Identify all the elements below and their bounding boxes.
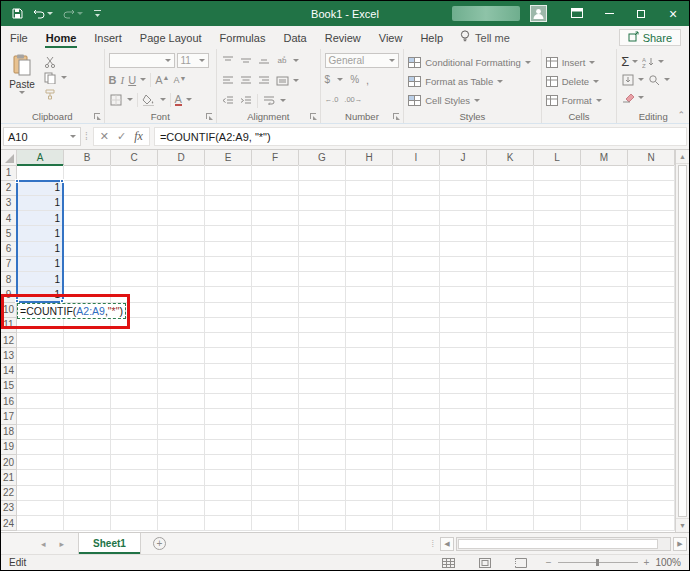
cell-k4[interactable] <box>487 211 534 226</box>
row-header-10[interactable]: 10 <box>1 303 17 318</box>
find-select-button[interactable] <box>647 73 661 86</box>
insert-function-button[interactable]: fx <box>134 129 143 144</box>
row-header-9[interactable]: 9 <box>1 287 17 302</box>
cell-c4[interactable] <box>111 211 158 226</box>
splitter-dots-icon[interactable]: ⁞ <box>431 539 434 549</box>
cell-k13[interactable] <box>487 348 534 363</box>
cell-n12[interactable] <box>628 333 675 348</box>
cell-k11[interactable] <box>487 318 534 333</box>
column-header-n[interactable]: N <box>628 150 675 166</box>
format-as-table-button[interactable]: Format as Table <box>408 73 536 89</box>
cell-c5[interactable] <box>111 226 158 241</box>
cell-a7[interactable]: 1 <box>17 257 64 272</box>
cell-j21[interactable] <box>440 470 487 485</box>
cell-b2[interactable] <box>64 181 111 196</box>
cell-b12[interactable] <box>64 333 111 348</box>
cell-i11[interactable] <box>393 318 440 333</box>
row-header-14[interactable]: 14 <box>1 364 17 379</box>
cell-m20[interactable] <box>581 455 628 470</box>
cell-c21[interactable] <box>111 470 158 485</box>
cell-l15[interactable] <box>534 379 581 394</box>
cell-m9[interactable] <box>581 287 628 302</box>
cell-g6[interactable] <box>299 242 346 257</box>
cell-n5[interactable] <box>628 226 675 241</box>
cell-m11[interactable] <box>581 318 628 333</box>
number-format-select[interactable]: General <box>325 53 399 68</box>
fill-color-button[interactable] <box>142 93 156 106</box>
borders-button[interactable] <box>109 93 123 106</box>
paste-button[interactable]: Paste <box>5 52 39 109</box>
cell-e15[interactable] <box>205 379 252 394</box>
cell-h21[interactable] <box>346 470 393 485</box>
currency-button[interactable]: $ <box>325 74 331 85</box>
normal-view-button[interactable] <box>442 556 456 569</box>
autosum-button[interactable]: Σ <box>621 54 629 69</box>
cell-a1[interactable] <box>17 165 64 180</box>
cell-n2[interactable] <box>628 181 675 196</box>
cell-m10[interactable] <box>581 303 628 318</box>
cell-k24[interactable] <box>487 516 534 531</box>
cell-h12[interactable] <box>346 333 393 348</box>
cell-c19[interactable] <box>111 440 158 455</box>
cell-d20[interactable] <box>158 455 205 470</box>
column-header-a[interactable]: A <box>17 150 64 166</box>
decrease-decimal-button[interactable]: .00→ <box>344 95 362 104</box>
cell-i6[interactable] <box>393 242 440 257</box>
cell-g24[interactable] <box>299 516 346 531</box>
cell-g10[interactable] <box>299 303 346 318</box>
cell-j1[interactable] <box>440 165 487 180</box>
cell-d14[interactable] <box>158 364 205 379</box>
fill-down-button[interactable] <box>621 73 635 86</box>
cell-h2[interactable] <box>346 181 393 196</box>
cell-k20[interactable] <box>487 455 534 470</box>
format-cells-button[interactable]: Format <box>546 92 613 108</box>
cell-l2[interactable] <box>534 181 581 196</box>
zoom-out-icon[interactable]: − <box>546 557 552 568</box>
merge-center-button[interactable] <box>275 74 289 87</box>
cell-h13[interactable] <box>346 348 393 363</box>
cell-i18[interactable] <box>393 425 440 440</box>
tab-review[interactable]: Review <box>316 26 370 49</box>
cell-i1[interactable] <box>393 165 440 180</box>
cell-f22[interactable] <box>252 486 299 501</box>
cell-k10[interactable] <box>487 303 534 318</box>
align-middle-icon[interactable] <box>239 54 253 67</box>
cell-e3[interactable] <box>205 196 252 211</box>
cell-h6[interactable] <box>346 242 393 257</box>
cell-d17[interactable] <box>158 409 205 424</box>
horizontal-scrollbar[interactable]: ⁞ ◀ ▶ <box>431 533 689 554</box>
row-header-6[interactable]: 6 <box>1 242 17 257</box>
cell-m17[interactable] <box>581 409 628 424</box>
account-name-badge[interactable] <box>452 6 520 21</box>
zoom-in-icon[interactable]: + <box>644 557 650 568</box>
cell-n17[interactable] <box>628 409 675 424</box>
cell-a14[interactable] <box>17 364 64 379</box>
cell-n21[interactable] <box>628 470 675 485</box>
cell-m21[interactable] <box>581 470 628 485</box>
column-header-f[interactable]: F <box>252 150 299 166</box>
sort-filter-button[interactable]: AZ <box>641 55 655 68</box>
cell-g19[interactable] <box>299 440 346 455</box>
tab-help[interactable]: Help <box>411 26 452 49</box>
cell-j17[interactable] <box>440 409 487 424</box>
cell-m5[interactable] <box>581 226 628 241</box>
cell-l12[interactable] <box>534 333 581 348</box>
cell-e23[interactable] <box>205 501 252 516</box>
cell-a15[interactable] <box>17 379 64 394</box>
cell-c16[interactable] <box>111 394 158 409</box>
cell-g22[interactable] <box>299 486 346 501</box>
cell-b7[interactable] <box>64 257 111 272</box>
cell-h1[interactable] <box>346 165 393 180</box>
cell-j20[interactable] <box>440 455 487 470</box>
cell-n24[interactable] <box>628 516 675 531</box>
cell-c17[interactable] <box>111 409 158 424</box>
cell-k18[interactable] <box>487 425 534 440</box>
conditional-formatting-button[interactable]: Conditional Formatting <box>408 54 536 70</box>
cell-f12[interactable] <box>252 333 299 348</box>
cell-e20[interactable] <box>205 455 252 470</box>
column-header-m[interactable]: M <box>581 150 628 166</box>
column-header-i[interactable]: I <box>393 150 440 166</box>
cell-e2[interactable] <box>205 181 252 196</box>
name-box[interactable]: A10 <box>3 127 81 146</box>
cell-g1[interactable] <box>299 165 346 180</box>
